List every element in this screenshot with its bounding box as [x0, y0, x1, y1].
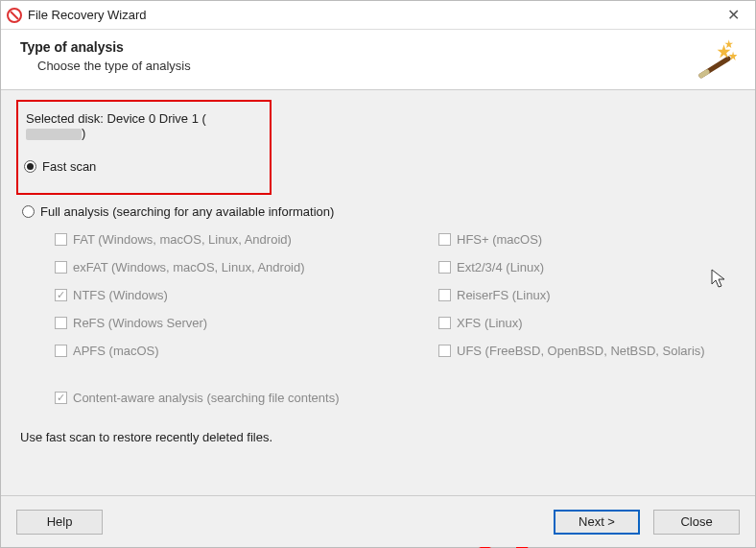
checkbox-icon — [438, 289, 451, 301]
fs-checkbox-refs[interactable]: ReFS (Windows Server) — [55, 316, 419, 330]
redacted-disk-name — [26, 129, 82, 140]
checkbox-icon — [438, 233, 451, 246]
content-aware-checkbox[interactable]: ✓ Content-aware analysis (searching file… — [55, 391, 740, 405]
svg-rect-3 — [697, 68, 710, 79]
wizard-header: Type of analysis Choose the type of anal… — [1, 30, 755, 90]
checkbox-icon — [55, 261, 67, 274]
checkbox-icon — [438, 345, 451, 357]
fs-checkbox-exfat[interactable]: exFAT (Windows, macOS, Linux, Android) — [55, 260, 419, 274]
header-text: Type of analysis Choose the type of anal… — [20, 39, 191, 73]
highlight-annotation: Selected disk: Device 0 Drive 1 () Fast … — [16, 100, 272, 195]
fs-checkbox-xfs[interactable]: XFS (Linux) — [438, 316, 745, 330]
wizard-body: Selected disk: Device 0 Drive 1 () Fast … — [1, 90, 755, 498]
selected-disk-label: Selected disk: Device 0 Drive 1 () — [26, 111, 260, 140]
close-button[interactable]: Close — [653, 510, 740, 535]
checkbox-icon — [55, 317, 67, 329]
fs-checkbox-ufs[interactable]: UFS (FreeBSD, OpenBSD, NetBSD, Solaris) — [438, 344, 745, 358]
selected-disk-prefix: Selected disk: — [26, 111, 107, 126]
titlebar-left: File Recovery Wizard — [7, 8, 147, 23]
help-button[interactable]: Help — [16, 510, 103, 535]
checkbox-icon — [438, 261, 451, 274]
wizard-footer: Help Next > Close — [1, 495, 755, 547]
page-heading: Type of analysis — [20, 39, 191, 55]
page-subheading: Choose the type of analysis — [37, 59, 191, 73]
checkbox-icon — [55, 345, 67, 357]
footer-right: Next > Close — [554, 510, 740, 535]
fs-checkbox-ntfs[interactable]: ✓NTFS (Windows) — [55, 288, 419, 302]
content-aware-label: Content-aware analysis (searching file c… — [73, 391, 339, 405]
full-analysis-label: Full analysis (searching for any availab… — [40, 204, 334, 219]
fs-checkbox-apfs[interactable]: APFS (macOS) — [55, 344, 419, 358]
wizard-wand-icon — [690, 39, 740, 82]
titlebar: File Recovery Wizard ✕ — [1, 1, 755, 30]
checkbox-icon: ✓ — [55, 289, 67, 301]
checkbox-icon — [55, 233, 67, 246]
full-analysis-option[interactable]: Full analysis (searching for any availab… — [22, 204, 740, 219]
wizard-window: File Recovery Wizard ✕ Type of analysis … — [0, 0, 756, 548]
fast-scan-option[interactable]: Fast scan — [24, 159, 260, 174]
fast-scan-label: Fast scan — [42, 159, 96, 174]
checkbox-icon: ✓ — [55, 392, 67, 404]
fs-checkbox-ext[interactable]: Ext2/3/4 (Linux) — [438, 260, 745, 274]
svg-marker-4 — [718, 45, 731, 59]
selected-disk-value: Device 0 Drive 1 ( — [107, 111, 206, 126]
full-analysis-section: Full analysis (searching for any availab… — [16, 204, 740, 405]
filesystem-grid: FAT (Windows, macOS, Linux, Android) HFS… — [55, 232, 740, 358]
fs-checkbox-hfs[interactable]: HFS+ (macOS) — [438, 232, 745, 247]
fs-checkbox-fat[interactable]: FAT (Windows, macOS, Linux, Android) — [55, 232, 419, 247]
window-title: File Recovery Wizard — [28, 8, 147, 22]
selected-disk-suffix: ) — [82, 126, 85, 140]
app-icon — [7, 8, 22, 23]
next-button[interactable]: Next > — [554, 510, 640, 535]
hint-text: Use fast scan to restore recently delete… — [20, 430, 740, 444]
fs-checkbox-reiserfs[interactable]: ReiserFS (Linux) — [438, 288, 745, 302]
checkbox-icon — [438, 317, 451, 329]
svg-marker-6 — [724, 39, 733, 48]
window-close-button[interactable]: ✕ — [720, 2, 747, 28]
radio-icon — [22, 205, 35, 218]
radio-icon — [24, 160, 36, 173]
